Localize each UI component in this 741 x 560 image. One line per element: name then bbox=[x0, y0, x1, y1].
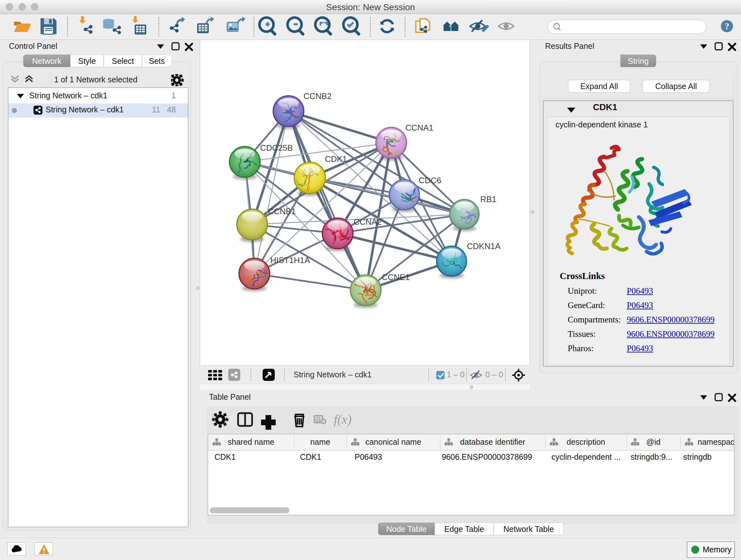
svg-text:CCNA2: CCNA2 bbox=[354, 217, 382, 227]
svg-text:CDK1: CDK1 bbox=[325, 154, 347, 164]
svg-text:RB1: RB1 bbox=[480, 194, 496, 204]
svg-text:CDC6: CDC6 bbox=[419, 176, 441, 185]
svg-text:CCNA1: CCNA1 bbox=[405, 123, 433, 132]
svg-text:CCNB1: CCNB1 bbox=[268, 206, 296, 216]
svg-text:CCNE1: CCNE1 bbox=[382, 272, 410, 282]
svg-text:f(x): f(x) bbox=[334, 412, 352, 427]
svg-text:CDC25B: CDC25B bbox=[260, 143, 293, 152]
svg-text:CDKN1A: CDKN1A bbox=[467, 241, 501, 251]
svg-text:HIST1H1A: HIST1H1A bbox=[270, 255, 310, 265]
svg-text:?: ? bbox=[725, 21, 730, 31]
svg-text:CCNB2: CCNB2 bbox=[304, 91, 332, 101]
